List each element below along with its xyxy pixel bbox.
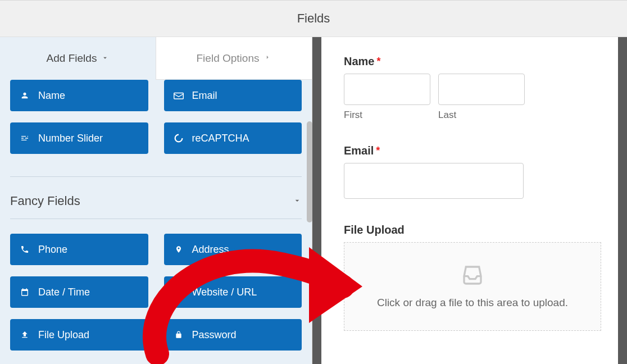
field-label: reCAPTCHA — [192, 133, 249, 144]
field-label: Address — [192, 244, 229, 256]
first-name-input[interactable] — [344, 74, 430, 105]
upload-hint-text: Click or drag a file to this area to upl… — [377, 297, 568, 309]
field-address-button[interactable]: Address — [164, 234, 302, 265]
field-label: File Upload — [38, 329, 89, 341]
file-upload-field-label: File Upload — [344, 224, 605, 236]
chevron-down-icon — [101, 54, 109, 63]
field-label: Name — [38, 90, 65, 102]
field-label: Password — [192, 329, 237, 341]
chevron-right-icon — [263, 53, 271, 63]
chevron-down-icon — [293, 194, 302, 208]
left-panel: Add Fields Field Options Name — [0, 37, 312, 364]
form-preview: Name* First Last Email* File Upload — [321, 37, 618, 364]
tab-label: Add Fields — [47, 52, 97, 65]
required-asterisk: * — [376, 145, 380, 157]
last-name-input[interactable] — [438, 74, 525, 105]
tab-label: Field Options — [197, 52, 260, 65]
field-email-button[interactable]: Email — [164, 80, 302, 111]
tabs-row: Add Fields Field Options — [0, 37, 312, 80]
lock-icon — [173, 330, 184, 339]
field-label: Date / Time — [38, 286, 90, 298]
upload-icon — [19, 330, 30, 339]
fancy-fields-section-header[interactable]: Fancy Fields — [10, 176, 302, 219]
phone-icon — [19, 245, 30, 254]
user-icon — [19, 91, 30, 100]
name-field-label: Name* — [344, 55, 605, 68]
calendar-icon — [19, 288, 30, 297]
field-file-upload-button[interactable]: File Upload — [10, 319, 148, 351]
gutter-left — [312, 37, 321, 364]
field-label: Website / URL — [192, 286, 257, 298]
file-upload-dropzone[interactable]: Click or drag a file to this area to upl… — [344, 242, 601, 331]
sliders-icon — [19, 134, 30, 143]
field-name-button[interactable]: Name — [10, 80, 148, 111]
name-inputs-row: First Last — [344, 74, 605, 121]
scrollbar-thumb[interactable] — [307, 121, 312, 222]
inbox-icon — [460, 264, 485, 289]
recaptcha-icon — [173, 133, 184, 143]
standard-fields-grid: Name Email Number Slider reCAPTCHA — [10, 80, 302, 154]
right-outer: Name* First Last Email* File Upload — [312, 37, 627, 364]
pin-icon — [173, 244, 184, 254]
field-website-url-button[interactable]: Website / URL — [164, 276, 302, 308]
header-bar: Fields — [0, 0, 627, 37]
main-area: Add Fields Field Options Name — [0, 37, 627, 364]
field-label: Number Slider — [38, 133, 103, 144]
field-number-slider-button[interactable]: Number Slider — [10, 122, 148, 154]
field-label: Phone — [38, 244, 67, 256]
fields-scroll-area: Name Email Number Slider reCAPTCHA Fancy… — [0, 80, 312, 364]
gutter-right — [618, 37, 627, 364]
envelope-icon — [173, 92, 184, 99]
field-recaptcha-button[interactable]: reCAPTCHA — [164, 122, 302, 154]
field-password-button[interactable]: Password — [164, 319, 302, 351]
tab-add-fields[interactable]: Add Fields — [0, 37, 156, 80]
section-title: Fancy Fields — [10, 194, 80, 208]
field-phone-button[interactable]: Phone — [10, 234, 148, 265]
email-input[interactable] — [344, 163, 524, 199]
last-sublabel: Last — [438, 110, 525, 121]
first-sublabel: First — [344, 110, 430, 121]
field-date-time-button[interactable]: Date / Time — [10, 276, 148, 308]
email-field-label: Email* — [344, 144, 605, 157]
link-icon — [173, 287, 184, 297]
page-title: Fields — [297, 11, 330, 26]
field-label: Email — [192, 90, 217, 102]
fancy-fields-grid: Phone Address Date / Time Website / URL … — [10, 234, 302, 351]
required-asterisk: * — [376, 56, 380, 67]
tab-field-options[interactable]: Field Options — [156, 37, 312, 80]
